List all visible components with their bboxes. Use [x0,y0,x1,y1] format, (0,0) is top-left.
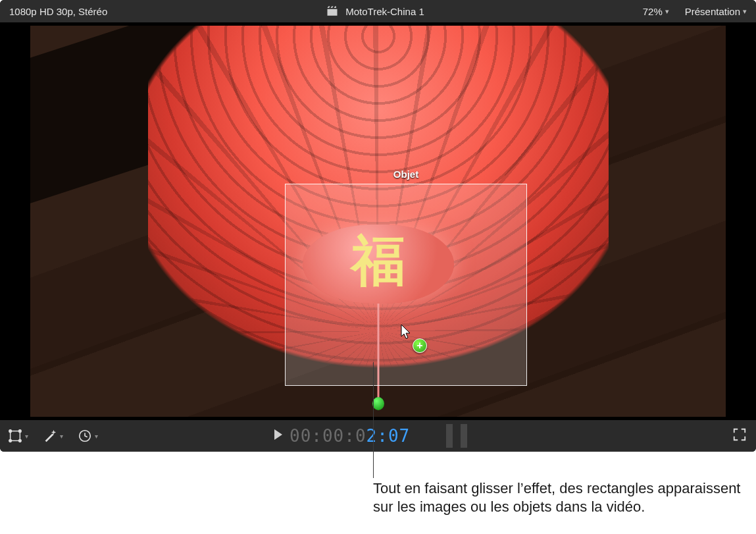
chevron-down-icon: ▾ [95,433,98,440]
pause-marker [446,424,467,448]
svg-rect-0 [11,431,20,441]
retime-tool-dropdown[interactable]: ▾ [78,429,98,443]
viewer-bottom-bar: ▾ ▾ ▾ 00:00:02:07 [0,420,756,452]
viewer-canvas[interactable]: 福 Objet + [0,22,756,420]
timecode-inactive: 00:00:0 [290,426,366,446]
timecode-display[interactable]: 00:00:02:07 [290,426,410,446]
zoom-value: 72% [643,6,663,17]
enhance-tool-dropdown[interactable]: ▾ [43,429,63,443]
object-tracking-rectangle[interactable]: Objet [285,184,527,386]
transform-tool-dropdown[interactable]: ▾ [8,429,28,443]
selection-label: Objet [393,169,418,180]
zoom-dropdown[interactable]: 72% ▾ [643,6,669,17]
view-menu-label: Présentation [685,6,740,17]
format-label: 1080p HD 30p, Stéréo [9,6,107,17]
play-button[interactable] [274,429,283,442]
chevron-down-icon: ▾ [743,7,747,16]
chevron-down-icon: ▾ [60,433,63,440]
clapperboard-icon [326,5,339,18]
callout-text: Tout en faisant glisser l’effet, des rec… [373,479,742,516]
viewer-top-bar: 1080p HD 30p, Stéréo MotoTrek-China 1 72… [0,0,756,22]
video-editor-viewer: 1080p HD 30p, Stéréo MotoTrek-China 1 72… [0,0,756,452]
transform-icon [8,429,22,443]
video-frame: 福 Objet + [30,26,726,417]
view-menu-dropdown[interactable]: Présentation ▾ [685,6,747,17]
svg-point-2 [19,430,22,433]
svg-point-4 [19,440,22,442]
project-title: MotoTrek-China 1 [345,6,424,17]
retime-icon [78,429,92,443]
callout-leader-line [373,362,374,478]
svg-point-3 [9,440,12,442]
fullscreen-icon [732,433,747,444]
svg-point-1 [9,430,12,433]
chevron-down-icon: ▾ [665,7,669,16]
play-icon [274,431,283,442]
fullscreen-button[interactable] [732,427,747,444]
add-plus-icon: + [413,338,427,353]
wand-icon [43,429,57,443]
chevron-down-icon: ▾ [25,433,28,440]
